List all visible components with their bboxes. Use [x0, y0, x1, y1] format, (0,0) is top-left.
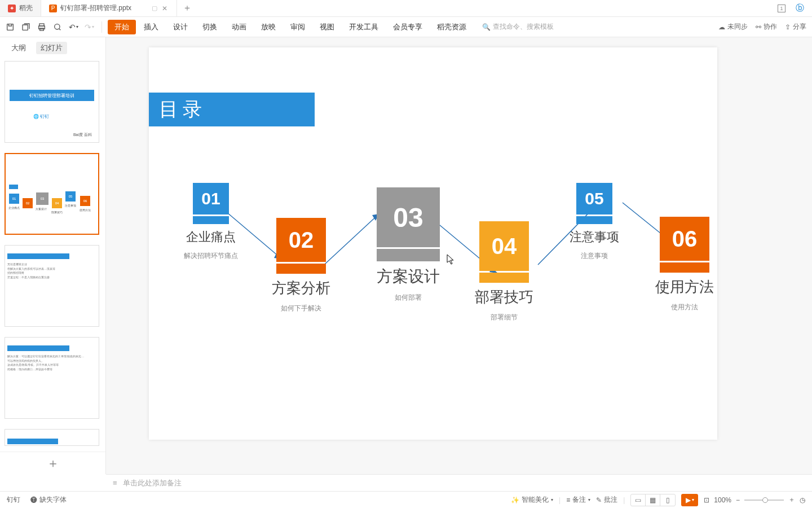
menu-start[interactable]: 开始	[108, 20, 136, 34]
flow-sub-06: 使用方法	[645, 303, 724, 312]
side-tabs: 大纲 幻灯片	[0, 37, 105, 59]
window-number-icon[interactable]: 1	[778, 5, 785, 12]
slides-tab[interactable]: 幻灯片	[36, 42, 67, 54]
missing-font-button[interactable]: 🅣缺失字体	[30, 495, 67, 505]
thumb4-text: 解决方案：可以通过钉钉应该看在发起的工单现 能提的发起… 可以用往连简的统的负责…	[7, 354, 96, 371]
home-tab[interactable]: ✦ 稻壳	[0, 0, 41, 16]
flow-title-06: 使用方法	[645, 277, 724, 297]
search-icon: 🔍	[482, 23, 491, 31]
flow-sub-03: 如何部署	[363, 293, 453, 303]
slide-thumb-2[interactable]: 01 02 03 04 05 06 企业痛点 方案设计 部署技巧 注意事项 使用…	[5, 153, 99, 235]
menu-resources[interactable]: 稻壳资源	[430, 20, 473, 34]
menu-transition[interactable]: 切换	[196, 20, 224, 34]
thumbnails: 钉钉招聘管理部署培训 🌐 钉钉 Bai度 百科 01 02 03 04 05 0…	[0, 59, 105, 452]
document-tab-label: 钉钉部署-招聘管理.pptx	[60, 3, 131, 13]
zoom-out-button[interactable]: −	[736, 496, 740, 504]
flow-title-02: 方案分析	[262, 278, 341, 298]
thumb1-baidu: Bai度 百科	[73, 132, 92, 138]
slide-thumb-3[interactable]: 无论是哪家企业 在解决方案入的系统可以填表…流表等 招的那招现将 渠道过程：不是…	[5, 245, 99, 327]
flow-diagram: 01 企业痛点 解决招聘环节痛点 02 方案分析 如何下手解决 03 方案设计	[171, 183, 706, 341]
zoom-in-button[interactable]: ＋	[788, 495, 795, 505]
svg-point-5	[55, 24, 60, 29]
flow-title-01: 企业痛点	[177, 229, 245, 246]
print-button[interactable]	[35, 20, 48, 34]
menu-review[interactable]: 审阅	[284, 20, 312, 34]
flow-num-01: 01	[193, 183, 229, 214]
close-tab-icon[interactable]: ✕	[161, 5, 169, 12]
redo-button[interactable]: ↷▾	[82, 20, 96, 34]
share-icon: ⇪	[785, 23, 791, 31]
menu-slideshow[interactable]: 放映	[254, 20, 283, 34]
notes-placeholder: 单击此处添加备注	[123, 478, 182, 488]
pptx-icon: P	[49, 5, 57, 12]
collab-label: 协作	[764, 22, 777, 32]
slide-thumb-4[interactable]: 解决方案：可以通过钉钉应该看在发起的工单现 能提的发起… 可以用往连简的统的负责…	[5, 337, 99, 419]
slide-canvas[interactable]: 目录 01 企业痛点 解决招聘环节痛点 02	[106, 37, 812, 474]
flow-num-04: 04	[479, 221, 529, 271]
menu-devtools[interactable]: 开发工具	[342, 20, 385, 34]
slide-panel: 大纲 幻灯片 钉钉招聘管理部署培训 🌐 钉钉 Bai度 百科 01 02 03 …	[0, 37, 106, 474]
zoom-value[interactable]: 100%	[714, 496, 731, 504]
separator	[102, 21, 102, 33]
outline-tab[interactable]: 大纲	[7, 42, 30, 54]
print-preview-button[interactable]	[51, 20, 64, 34]
save-button[interactable]	[3, 20, 17, 34]
sync-status[interactable]: ☁未同步	[718, 22, 748, 32]
smart-beautify-button[interactable]: ✨智能美化▾	[511, 495, 553, 505]
save-as-button[interactable]	[19, 20, 33, 34]
command-search-placeholder: 查找命令、搜索模板	[493, 22, 554, 32]
share-label: 分享	[793, 22, 806, 32]
cloud-icon: ☁	[718, 23, 725, 31]
status-dingding[interactable]: 钉钉	[7, 495, 20, 505]
zoom-control: ⊡ 100% − ＋ ◷	[704, 495, 805, 505]
thumb1-logo: 🌐 钉钉	[33, 113, 49, 120]
flow-node-04[interactable]: 04 部署技巧 部署细节	[465, 221, 544, 322]
thumb4-band	[7, 345, 69, 351]
menu-view[interactable]: 视图	[313, 20, 341, 34]
flow-num-05: 05	[576, 183, 612, 214]
flow-node-01[interactable]: 01 企业痛点 解决招聘环节痛点	[177, 183, 245, 261]
slideshow-button[interactable]: ▶▾	[681, 494, 698, 506]
notes-toggle[interactable]: ≡备注▾	[566, 495, 590, 505]
undo-button[interactable]: ↶▾	[67, 20, 80, 34]
slide-content[interactable]: 目录 01 企业痛点 解决招聘环节痛点 02	[149, 47, 717, 440]
slide-thumb-5[interactable]	[5, 429, 99, 446]
zoom-slider[interactable]	[744, 500, 784, 501]
flow-title-05: 注意事项	[561, 229, 628, 246]
flow-node-05[interactable]: 05 注意事项 注意事项	[561, 183, 628, 261]
command-search[interactable]: 🔍 查找命令、搜索模板	[482, 22, 554, 32]
sync-label: 未同步	[727, 22, 748, 32]
menu-vip[interactable]: 会员专享	[386, 20, 429, 34]
smart-label: 智能美化	[522, 495, 549, 505]
fit-button[interactable]: ⊡	[704, 496, 709, 504]
comments-toggle[interactable]: ✎批注	[596, 495, 617, 505]
zoom-menu-button[interactable]: ◷	[800, 496, 805, 504]
flow-num-06: 06	[660, 217, 709, 261]
collab-button[interactable]: ⚯协作	[756, 22, 777, 32]
cloud-account-icon[interactable]: ⓑ	[796, 3, 804, 14]
flow-num-02: 02	[276, 218, 326, 262]
notes-bar[interactable]: ≡ 单击此处添加备注	[106, 474, 812, 491]
menu-animation[interactable]: 动画	[225, 20, 253, 34]
slide-thumb-1[interactable]: 钉钉招聘管理部署培训 🌐 钉钉 Bai度 百科	[5, 61, 99, 143]
flow-node-02[interactable]: 02 方案分析 如何下手解决	[262, 218, 341, 313]
normal-view-button[interactable]: ▭	[631, 494, 646, 506]
share-button[interactable]: ⇪分享	[785, 22, 806, 32]
add-slide-button[interactable]: ＋	[0, 452, 105, 474]
present-mode-icon[interactable]: ▢	[152, 5, 157, 12]
flow-node-06[interactable]: 06 使用方法 使用方法	[645, 217, 724, 312]
home-tab-label: 稻壳	[19, 3, 33, 13]
thumb2-flow: 01 02 03 04 05 06 企业痛点 方案设计 部署技巧 注意事项 使用…	[8, 182, 96, 211]
zoom-knob[interactable]	[762, 497, 768, 503]
notes-toggle-icon: ≡	[566, 496, 570, 504]
document-tab[interactable]: P 钉钉部署-招聘管理.pptx ▢ ✕	[41, 0, 177, 16]
toc-title[interactable]: 目录	[149, 93, 315, 126]
reading-view-button[interactable]: ▯	[660, 494, 675, 506]
notes-toggle-label: 备注	[572, 495, 586, 505]
flow-node-03[interactable]: 03 方案设计 如何部署	[363, 187, 453, 303]
sorter-view-button[interactable]: ▦	[646, 494, 660, 506]
flow-sub-01: 解决招聘环节痛点	[177, 251, 245, 261]
menu-insert[interactable]: 插入	[137, 20, 165, 34]
new-tab-button[interactable]: ＋	[177, 0, 197, 16]
menu-design[interactable]: 设计	[166, 20, 195, 34]
